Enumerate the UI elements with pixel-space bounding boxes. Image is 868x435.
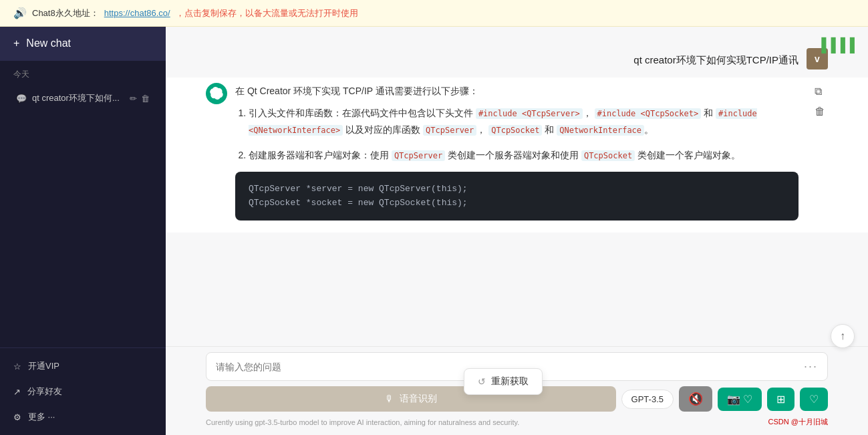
- code-tag-5: QTcpSocket: [488, 125, 542, 136]
- chat-messages: qt creator环境下如何实现TCP/IP通讯 v 在 Qt Creator…: [166, 27, 868, 346]
- user-message-text: qt creator环境下如何实现TCP/IP通讯: [633, 48, 799, 72]
- input-more-icon[interactable]: ···: [804, 359, 818, 374]
- chat-history-item[interactable]: 💬 qt creator环境下如何... ✏ 🗑: [5, 86, 160, 111]
- code-line-1: QTcpServer *server = new QTcpServer(this…: [249, 182, 785, 196]
- code-tag-2: #include <QTcpSocket>: [595, 108, 702, 119]
- star-icon: ☆: [13, 361, 21, 372]
- gpt-model-badge: GPT-3.5: [621, 390, 674, 409]
- voice-recognition-button[interactable]: 🎙 语音识别: [206, 386, 616, 412]
- heart-icon-2: ♡: [809, 394, 819, 405]
- share-icon: ↗: [13, 387, 21, 397]
- heart-icon-1: ♡: [743, 393, 752, 406]
- mic-icon: 🎙: [385, 394, 394, 404]
- copy-button[interactable]: ⧉: [812, 83, 828, 100]
- sidebar: + New chat 今天 💬 qt creator环境下如何... ✏ 🗑 ☆…: [0, 27, 166, 435]
- code-tag-7: QTcpServer: [392, 150, 445, 161]
- ai-message-row: 在 Qt Creator 环境下实现 TCP/IP 通讯需要进行以下步骤： 引入…: [166, 78, 868, 233]
- share-friend-button[interactable]: ↗ 分享好友: [0, 379, 166, 404]
- chat-bubble-icon: 💬: [16, 94, 27, 104]
- new-chat-label: New chat: [26, 37, 71, 49]
- gear-icon: ⚙: [13, 412, 21, 422]
- sound-icon: 🔊: [13, 7, 27, 19]
- share-label: 分享好友: [27, 386, 62, 398]
- step-1: 引入头文件和库函数：在源代码文件中包含以下头文件 #include <QTcpS…: [249, 105, 799, 138]
- edit-icon[interactable]: ✏: [130, 94, 137, 104]
- code-tag-6: QNetworkInterface: [557, 125, 644, 136]
- more-button[interactable]: ⚙ 更多 ···: [0, 404, 166, 430]
- announcement-banner: 🔊 Chat8永久地址： https://chat86.co/ ，点击复制保存，…: [0, 0, 868, 27]
- banner-link[interactable]: https://chat86.co/: [104, 8, 170, 18]
- code-line-2: QTcpSocket *socket = new QTcpSocket(this…: [249, 196, 785, 210]
- mute-button[interactable]: 🔇: [679, 386, 712, 412]
- delete-button[interactable]: 🗑: [812, 103, 828, 120]
- ai-intro-text: 在 Qt Creator 环境下实现 TCP/IP 通讯需要进行以下步骤：: [235, 83, 799, 100]
- code-tag-1: #include <QTcpServer>: [476, 108, 583, 119]
- ai-content: 在 Qt Creator 环境下实现 TCP/IP 通讯需要进行以下步骤： 引入…: [235, 83, 799, 227]
- status-text: Curently using gpt-3.5-turbo model to im…: [206, 418, 519, 426]
- chat-item-title: qt creator环境下如何...: [32, 92, 130, 104]
- user-message-row: qt creator环境下如何实现TCP/IP通讯 v: [166, 43, 868, 78]
- step-2: 创建服务器端和客户端对象：使用 QTcpServer 类创建一个服务器端对象和使…: [249, 147, 799, 164]
- footer-row: Curently using gpt-3.5-turbo model to im…: [206, 417, 828, 427]
- plus-icon: +: [13, 37, 19, 49]
- refresh-icon: ↺: [478, 376, 486, 387]
- banner-text2: ，点击复制保存，以备大流量或无法打开时使用: [176, 7, 358, 19]
- ai-actions: ⧉ 🗑: [812, 83, 828, 120]
- tooltip-label: 重新获取: [491, 376, 529, 388]
- share-button[interactable]: ⊞: [767, 388, 794, 411]
- mute-icon: 🔇: [688, 392, 703, 406]
- code-block: QTcpServer *server = new QTcpServer(this…: [235, 172, 799, 221]
- banner-text1: Chat8永久地址：: [32, 7, 99, 19]
- camera-icon: 📷: [727, 393, 740, 406]
- camera-button[interactable]: 📷 ♡: [718, 388, 762, 411]
- trash-icon[interactable]: 🗑: [141, 94, 150, 104]
- code-tag-8: QTcpSocket: [581, 150, 635, 161]
- voice-label: 语音识别: [400, 393, 437, 405]
- signal-icon: ▐▐▐▐: [817, 37, 855, 53]
- heart-button[interactable]: ♡: [800, 388, 828, 411]
- scroll-up-button[interactable]: ↑: [831, 324, 855, 348]
- vip-button[interactable]: ☆ 开通VIP: [0, 353, 166, 379]
- more-label: 更多 ···: [28, 411, 55, 423]
- share-box-icon: ⊞: [776, 394, 785, 405]
- code-tag-4: QTcpServer: [423, 125, 476, 136]
- content-area: ▐▐▐▐ qt creator环境下如何实现TCP/IP通讯 v 在 Qt Cr…: [166, 27, 868, 435]
- new-chat-button[interactable]: + New chat: [0, 27, 166, 61]
- today-label: 今天: [0, 61, 166, 84]
- ai-avatar: [206, 83, 227, 104]
- refresh-tooltip[interactable]: ↺ 重新获取: [464, 368, 543, 395]
- credit-text: CSDN @十月旧城: [768, 417, 828, 427]
- vip-label: 开通VIP: [28, 360, 59, 372]
- sidebar-footer: ☆ 开通VIP ↗ 分享好友 ⚙ 更多 ···: [0, 347, 166, 435]
- steps-list: 引入头文件和库函数：在源代码文件中包含以下头文件 #include <QTcpS…: [235, 105, 799, 164]
